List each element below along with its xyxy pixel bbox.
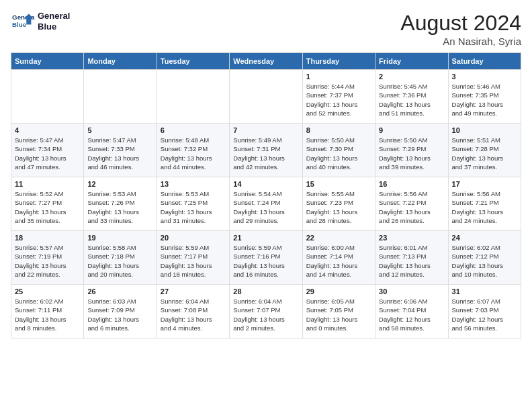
day-number: 20	[161, 234, 226, 242]
day-cell: 23Sunrise: 6:01 AMSunset: 7:13 PMDayligh…	[375, 231, 448, 285]
day-number: 11	[15, 180, 80, 188]
logo: General Blue General Blue	[11, 11, 70, 32]
day-info: Sunrise: 6:00 AMSunset: 7:14 PMDaylight:…	[306, 243, 371, 279]
day-info: Sunrise: 6:01 AMSunset: 7:13 PMDaylight:…	[379, 243, 444, 279]
week-row-5: 25Sunrise: 6:02 AMSunset: 7:11 PMDayligh…	[11, 285, 521, 338]
calendar-table: SundayMondayTuesdayWednesdayThursdayFrid…	[11, 52, 521, 338]
day-info: Sunrise: 5:53 AMSunset: 7:25 PMDaylight:…	[161, 189, 226, 225]
week-row-1: 1Sunrise: 5:44 AMSunset: 7:37 PMDaylight…	[11, 70, 521, 124]
day-number: 4	[15, 126, 80, 134]
day-cell: 22Sunrise: 6:00 AMSunset: 7:14 PMDayligh…	[302, 231, 375, 285]
week-row-3: 11Sunrise: 5:52 AMSunset: 7:27 PMDayligh…	[11, 177, 521, 231]
day-info: Sunrise: 5:47 AMSunset: 7:34 PMDaylight:…	[15, 136, 80, 171]
day-number: 31	[452, 287, 517, 295]
day-number: 12	[87, 180, 152, 188]
weekday-header-tuesday: Tuesday	[157, 53, 229, 70]
day-number: 24	[452, 234, 517, 242]
day-cell: 31Sunrise: 6:07 AMSunset: 7:03 PMDayligh…	[448, 285, 521, 338]
day-number: 7	[233, 126, 298, 134]
day-number: 29	[306, 287, 371, 295]
day-info: Sunrise: 5:55 AMSunset: 7:23 PMDaylight:…	[306, 189, 371, 225]
day-info: Sunrise: 5:54 AMSunset: 7:24 PMDaylight:…	[233, 189, 298, 225]
day-info: Sunrise: 5:48 AMSunset: 7:32 PMDaylight:…	[161, 136, 226, 171]
day-number: 6	[161, 126, 226, 134]
day-cell: 24Sunrise: 6:02 AMSunset: 7:12 PMDayligh…	[448, 231, 521, 285]
weekday-header-thursday: Thursday	[302, 53, 375, 70]
day-number: 8	[306, 126, 371, 134]
weekday-header-row: SundayMondayTuesdayWednesdayThursdayFrid…	[11, 53, 521, 70]
weekday-header-sunday: Sunday	[11, 53, 84, 70]
day-number: 26	[87, 287, 152, 295]
day-cell: 6Sunrise: 5:48 AMSunset: 7:32 PMDaylight…	[157, 124, 229, 177]
logo-icon: General Blue	[11, 11, 35, 32]
day-cell: 8Sunrise: 5:50 AMSunset: 7:30 PMDaylight…	[302, 124, 375, 177]
day-number: 23	[379, 234, 444, 242]
day-cell: 4Sunrise: 5:47 AMSunset: 7:34 PMDaylight…	[11, 124, 84, 177]
day-cell: 10Sunrise: 5:51 AMSunset: 7:28 PMDayligh…	[448, 124, 521, 177]
weekday-header-friday: Friday	[375, 53, 448, 70]
day-cell: 28Sunrise: 6:04 AMSunset: 7:07 PMDayligh…	[230, 285, 302, 338]
day-cell: 1Sunrise: 5:44 AMSunset: 7:37 PMDaylight…	[302, 70, 375, 124]
day-number: 10	[452, 126, 517, 134]
week-row-2: 4Sunrise: 5:47 AMSunset: 7:34 PMDaylight…	[11, 124, 521, 177]
day-info: Sunrise: 5:53 AMSunset: 7:26 PMDaylight:…	[87, 189, 152, 225]
day-info: Sunrise: 5:59 AMSunset: 7:16 PMDaylight:…	[233, 243, 298, 279]
day-number: 16	[379, 180, 444, 188]
day-cell	[11, 70, 84, 124]
day-cell: 30Sunrise: 6:06 AMSunset: 7:04 PMDayligh…	[375, 285, 448, 338]
day-info: Sunrise: 5:50 AMSunset: 7:30 PMDaylight:…	[306, 136, 371, 171]
day-cell: 29Sunrise: 6:05 AMSunset: 7:05 PMDayligh…	[302, 285, 375, 338]
day-cell: 12Sunrise: 5:53 AMSunset: 7:26 PMDayligh…	[84, 177, 157, 231]
day-info: Sunrise: 6:07 AMSunset: 7:03 PMDaylight:…	[452, 297, 517, 332]
day-cell: 18Sunrise: 5:57 AMSunset: 7:19 PMDayligh…	[11, 231, 84, 285]
day-cell: 14Sunrise: 5:54 AMSunset: 7:24 PMDayligh…	[230, 177, 302, 231]
day-number: 9	[379, 126, 444, 134]
day-info: Sunrise: 6:04 AMSunset: 7:07 PMDaylight:…	[233, 297, 298, 332]
day-number: 5	[87, 126, 152, 134]
location-subtitle: An Nasirah, Syria	[400, 36, 521, 47]
day-cell: 5Sunrise: 5:47 AMSunset: 7:33 PMDaylight…	[84, 124, 157, 177]
day-number: 14	[233, 180, 298, 188]
month-year-title: August 2024	[400, 11, 521, 36]
day-info: Sunrise: 5:57 AMSunset: 7:19 PMDaylight:…	[15, 243, 80, 279]
day-number: 19	[87, 234, 152, 242]
day-info: Sunrise: 5:50 AMSunset: 7:29 PMDaylight:…	[379, 136, 444, 171]
page-header: General Blue General Blue August 2024 An…	[11, 11, 521, 47]
day-cell: 11Sunrise: 5:52 AMSunset: 7:27 PMDayligh…	[11, 177, 84, 231]
day-info: Sunrise: 5:56 AMSunset: 7:21 PMDaylight:…	[452, 189, 517, 225]
day-info: Sunrise: 5:51 AMSunset: 7:28 PMDaylight:…	[452, 136, 517, 171]
day-number: 28	[233, 287, 298, 295]
day-number: 22	[306, 234, 371, 242]
day-number: 15	[306, 180, 371, 188]
day-info: Sunrise: 5:45 AMSunset: 7:36 PMDaylight:…	[379, 82, 444, 118]
day-cell: 7Sunrise: 5:49 AMSunset: 7:31 PMDaylight…	[230, 124, 302, 177]
day-info: Sunrise: 5:49 AMSunset: 7:31 PMDaylight:…	[233, 136, 298, 171]
day-number: 13	[161, 180, 226, 188]
day-cell: 2Sunrise: 5:45 AMSunset: 7:36 PMDaylight…	[375, 70, 448, 124]
day-number: 1	[306, 73, 371, 81]
day-info: Sunrise: 6:03 AMSunset: 7:09 PMDaylight:…	[87, 297, 152, 332]
week-row-4: 18Sunrise: 5:57 AMSunset: 7:19 PMDayligh…	[11, 231, 521, 285]
weekday-header-saturday: Saturday	[448, 53, 521, 70]
day-info: Sunrise: 5:46 AMSunset: 7:35 PMDaylight:…	[452, 82, 517, 118]
day-info: Sunrise: 5:59 AMSunset: 7:17 PMDaylight:…	[161, 243, 226, 279]
day-info: Sunrise: 6:06 AMSunset: 7:04 PMDaylight:…	[379, 297, 444, 332]
day-number: 27	[161, 287, 226, 295]
day-cell: 13Sunrise: 5:53 AMSunset: 7:25 PMDayligh…	[157, 177, 229, 231]
logo-text: General Blue	[38, 11, 70, 32]
day-cell	[230, 70, 302, 124]
day-info: Sunrise: 5:52 AMSunset: 7:27 PMDaylight:…	[15, 189, 80, 225]
day-number: 25	[15, 287, 80, 295]
day-cell: 16Sunrise: 5:56 AMSunset: 7:22 PMDayligh…	[375, 177, 448, 231]
day-cell: 17Sunrise: 5:56 AMSunset: 7:21 PMDayligh…	[448, 177, 521, 231]
day-number: 18	[15, 234, 80, 242]
day-info: Sunrise: 6:02 AMSunset: 7:12 PMDaylight:…	[452, 243, 517, 279]
day-number: 3	[452, 73, 517, 81]
day-number: 21	[233, 234, 298, 242]
day-cell: 21Sunrise: 5:59 AMSunset: 7:16 PMDayligh…	[230, 231, 302, 285]
day-number: 17	[452, 180, 517, 188]
weekday-header-wednesday: Wednesday	[230, 53, 302, 70]
day-cell: 25Sunrise: 6:02 AMSunset: 7:11 PMDayligh…	[11, 285, 84, 338]
title-area: August 2024 An Nasirah, Syria	[400, 11, 521, 47]
day-info: Sunrise: 5:47 AMSunset: 7:33 PMDaylight:…	[87, 136, 152, 171]
